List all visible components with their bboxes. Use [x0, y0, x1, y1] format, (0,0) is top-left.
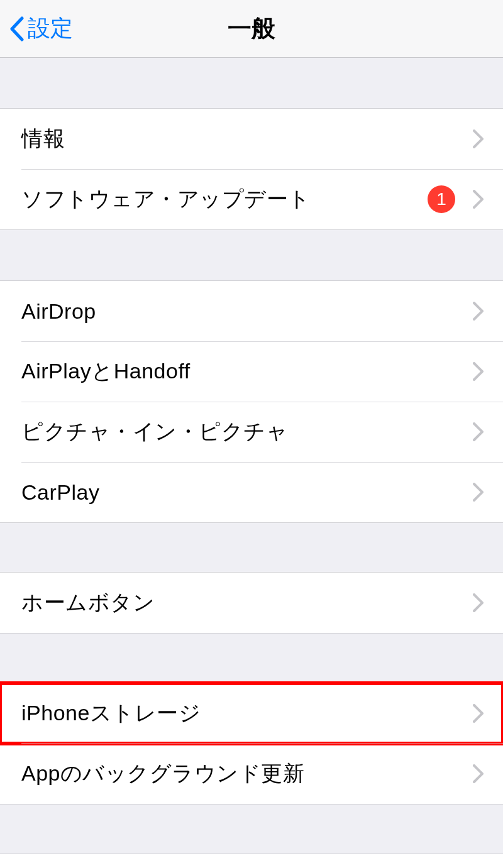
page-title: 一般: [228, 13, 275, 45]
row-home-button[interactable]: ホームボタン: [0, 573, 503, 633]
row-about[interactable]: 情報: [0, 109, 503, 169]
row-background-app-refresh[interactable]: Appのバックグラウンド更新: [0, 744, 503, 804]
row-label: ソフトウェア・アップデート: [21, 185, 428, 214]
chevron-left-icon: [9, 16, 25, 41]
row-airdrop[interactable]: AirDrop: [0, 281, 503, 341]
back-label: 設定: [28, 13, 73, 44]
chevron-right-icon: [473, 593, 484, 612]
notification-badge: 1: [428, 185, 455, 213]
row-label: 情報: [21, 124, 473, 153]
spacer: [0, 805, 503, 854]
row-label: ピクチャ・イン・ピクチャ: [21, 417, 473, 446]
chevron-right-icon: [473, 764, 484, 783]
row-label: Appのバックグラウンド更新: [21, 759, 473, 788]
row-software-update[interactable]: ソフトウェア・アップデート 1: [0, 169, 503, 229]
row-label: AirPlayとHandoff: [21, 357, 473, 386]
row-picture-in-picture[interactable]: ピクチャ・イン・ピクチャ: [0, 402, 503, 462]
group-about: 情報 ソフトウェア・アップデート 1: [0, 108, 503, 230]
group-home-button: ホームボタン: [0, 572, 503, 634]
chevron-right-icon: [473, 129, 484, 148]
row-date-time[interactable]: 日付と時刻: [0, 854, 503, 868]
group-connectivity: AirDrop AirPlayとHandoff ピクチャ・イン・ピクチャ Car…: [0, 280, 503, 523]
spacer: [0, 230, 503, 280]
row-label: iPhoneストレージ: [21, 699, 473, 728]
nav-bar: 設定 一般: [0, 0, 503, 58]
spacer: [0, 523, 503, 572]
chevron-right-icon: [473, 483, 484, 502]
chevron-right-icon: [473, 362, 484, 381]
row-label: ホームボタン: [21, 588, 473, 617]
chevron-right-icon: [473, 302, 484, 321]
spacer: [0, 634, 503, 683]
group-storage: iPhoneストレージ Appのバックグラウンド更新: [0, 683, 503, 805]
row-airplay-handoff[interactable]: AirPlayとHandoff: [0, 341, 503, 402]
spacer: [0, 58, 503, 108]
row-label: CarPlay: [21, 480, 473, 505]
row-label: AirDrop: [21, 299, 473, 324]
row-carplay[interactable]: CarPlay: [0, 462, 503, 522]
chevron-right-icon: [473, 190, 484, 209]
back-button[interactable]: 設定: [0, 13, 73, 44]
chevron-right-icon: [473, 422, 484, 441]
group-date-time: 日付と時刻: [0, 854, 503, 868]
chevron-right-icon: [473, 704, 484, 723]
row-iphone-storage[interactable]: iPhoneストレージ: [0, 683, 503, 744]
